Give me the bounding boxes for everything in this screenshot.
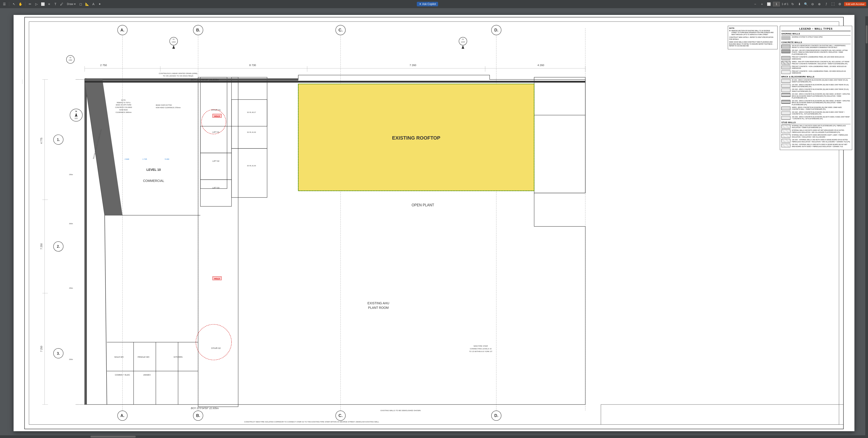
draw-label: Draw: [67, 2, 73, 6]
horizontal-scrollbar[interactable]: [0, 435, 865, 438]
svg-text:COMMERCIAL: COMMERCIAL: [143, 179, 164, 182]
svg-text:C.: C.: [339, 413, 343, 418]
legend-text-sw-4: 138 UNO - INTERNAL WALLS UNO BOTH SIDES …: [792, 139, 850, 143]
hamburger-menu-icon[interactable]: ☰: [2, 2, 7, 6]
svg-text:1 725: 1 725: [143, 158, 147, 160]
columns-icon[interactable]: ≡: [46, 2, 52, 6]
svg-text:EXISTING AHU: EXISTING AHU: [368, 301, 389, 305]
legend-text-bw-6: VARES - BRICK CONCRETE BLOCKWORK (IN) ON…: [792, 107, 850, 110]
vertical-scrollbar[interactable]: [865, 16, 868, 438]
legend-text-bw-5: 320 UNO - BRICK CONCRETE BLOCKWORK (IN) …: [792, 100, 850, 106]
toolbar-right: 🔍 ⊖ ⊕ ⤴ ⛶ ⚙ Edit with Acrobat: [803, 2, 866, 6]
expand-icon[interactable]: ⊕: [817, 2, 822, 6]
svg-text:EXISTING WALLS TO BE DEMOLISHE: EXISTING WALLS TO BE DEMOLISHED SHOWN: [381, 409, 421, 411]
copilot-label: Ask Copilot: [422, 2, 436, 6]
legend-item-bw-7: 150 UNO - BRICK CONCRETE BLOCKWORK (IN) …: [781, 111, 850, 115]
svg-text:CLEARANCE 2680mm: CLEARANCE 2680mm: [116, 112, 132, 113]
note-item-3: MAKE GOOD WALLS AND CONSTRUCT NEW FLASHI…: [729, 41, 776, 47]
view-icon[interactable]: ⬜: [40, 2, 45, 6]
legend-text-cw-3: PRECAST CONCRETE LOADBEARING PANEL 200 1…: [792, 56, 850, 60]
legend-section-concrete: CONCRETE WALLS: [781, 41, 850, 44]
svg-text:2 750: 2 750: [100, 64, 107, 67]
legend-swatch-bw-3: [781, 88, 790, 92]
legend-item-shoring-1: SHORING SYSTEM TO STRUCT ENGS SPEC: [781, 36, 850, 40]
svg-text:5 430: 5 430: [165, 158, 169, 160]
svg-text:OPEN PLANT: OPEN PLANT: [412, 203, 434, 207]
horizontal-scrollbar-thumb[interactable]: [90, 436, 136, 438]
search-icon[interactable]: 🔍: [803, 2, 808, 6]
legend-item-cw-2: 335 UNO - 200 OFF-FORM REINFORCED CONCRE…: [781, 50, 850, 55]
blueprint-area: {Array.from({length:70}, (_,i) => ``).jo…: [13, 15, 855, 431]
legend-item-bw-2: 140 UNO - BRICK CONCRETE BLOCKWORK (IN) …: [781, 84, 850, 88]
legend-text-sw-3: INTERNAL WALLS UNO BOTH SIDES BRICKWORK …: [792, 134, 850, 138]
svg-text:A.: A.: [121, 413, 125, 418]
legend-text-bw-3: 190 UNO - BRICK CONCRETE BLOCKWORK (IN) …: [792, 88, 850, 92]
svg-rect-0: [22, 15, 846, 431]
legend-swatch-sw-3: [781, 134, 790, 138]
eraser-icon[interactable]: ◻: [78, 2, 83, 6]
svg-text:HOLD: HOLD: [214, 278, 220, 280]
document-page: {Array.from({length:70}, (_,i) => ``).jo…: [13, 15, 855, 431]
svg-text:2.: 2.: [57, 244, 60, 249]
svg-text:BOY 273°58'39" 24.833m: BOY 273°58'39" 24.833m: [191, 78, 219, 81]
legend-item-bw-3: 190 UNO - BRICK CONCRETE BLOCKWORK (IN) …: [781, 88, 850, 92]
draw-chevron-icon: ▾: [74, 2, 75, 6]
stamp-icon[interactable]: ✦: [97, 2, 102, 6]
legend-item-cw-3: PRECAST CONCRETE LOADBEARING PANEL 200 1…: [781, 56, 850, 60]
svg-text:NOM HEAD CLEARANCE 2750mm: NOM HEAD CLEARANCE 2750mm: [156, 107, 181, 108]
legend-item-bw-5: 320 UNO - BRICK CONCRETE BLOCKWORK (IN) …: [781, 100, 850, 106]
svg-text:NEW FIRE STAIR: NEW FIRE STAIR: [473, 345, 488, 347]
copilot-button[interactable]: ✦ Ask Copilot: [417, 2, 438, 6]
highlight-tool-icon[interactable]: ▷: [34, 2, 39, 6]
cursor-tool-icon[interactable]: ↖: [11, 2, 17, 6]
svg-text:REBATE TO TOP &: REBATE TO TOP &: [117, 102, 130, 104]
legend-item-cw-5: PRECAST CONCRETE + NON-LOADBEARING PANEL…: [781, 66, 850, 69]
ruler-icon[interactable]: 📐: [85, 2, 90, 6]
vertical-scrollbar-thumb[interactable]: [866, 25, 868, 43]
svg-text:EX RL 80.27: EX RL 80.27: [247, 112, 256, 113]
note-text-1: REMOVE SECTION OF EXISTING WALL TO 34 GE…: [732, 30, 776, 35]
page-number-input[interactable]: [773, 2, 780, 6]
rotate-icon[interactable]: ↻: [790, 2, 795, 6]
svg-text:D.: D.: [494, 28, 498, 32]
text-tool-icon[interactable]: T: [53, 2, 58, 6]
legend-swatch-bw-6: [781, 107, 790, 110]
zoom-in-icon[interactable]: +: [760, 2, 765, 6]
svg-text:KITCHEN: KITCHEN: [174, 356, 183, 358]
zoom-out-icon[interactable]: −: [753, 2, 757, 6]
settings-gear-icon[interactable]: ⚙: [837, 2, 842, 6]
legend-swatch-cw-2: [781, 50, 790, 53]
main-area: {Array.from({length:70}, (_,i) => ``).jo…: [0, 8, 868, 438]
legend-swatch-cw-6: [781, 70, 790, 74]
legend-swatch-bw-7: [781, 111, 790, 115]
svg-rect-28: [85, 78, 87, 404]
legend-text-cw-1: 200 IN-SITU REINFORCED CONCRETE ON EXIST…: [792, 45, 850, 49]
legend-title: LEGEND – WALL TYPES: [781, 27, 850, 31]
fit-page-icon[interactable]: ⬜: [766, 2, 771, 6]
svg-text:7 250: 7 250: [40, 346, 43, 352]
legend-swatch-shoring: [781, 36, 790, 40]
legend-swatch-cw-1: [781, 45, 790, 49]
note-panel-title: NOTE:: [729, 27, 776, 29]
svg-text:CONSTRUCT NEW FIRE ISOLATED CO: CONSTRUCT NEW FIRE ISOLATED CORRIDOR TO …: [244, 421, 379, 423]
svg-text:HOLD: HOLD: [214, 115, 220, 117]
download-icon[interactable]: ⬇: [797, 2, 802, 6]
svg-text:B.: B.: [196, 28, 200, 32]
legend-text-bw-1: 90 UNO - BRICK CONCRETE BLOCKWORK (IN) A…: [792, 79, 850, 83]
svg-text:4 260: 4 260: [537, 64, 545, 67]
edit-with-acrobat-button[interactable]: Edit with Acrobat: [844, 2, 866, 6]
edit-tool-icon[interactable]: ✏: [28, 2, 33, 6]
svg-text:COMMS + ELEC: COMMS + ELEC: [115, 374, 130, 376]
pen-icon[interactable]: 🖊: [59, 2, 64, 6]
note-item-1: ① REMOVE SECTION OF EXISTING WALL TO 34 …: [729, 30, 776, 35]
share-icon[interactable]: ⤴: [824, 2, 829, 6]
legend-swatch-sw-2: [781, 129, 790, 133]
legend-item-bw-1: 90 UNO - BRICK CONCRETE BLOCKWORK (IN) A…: [781, 79, 850, 83]
svg-text:01: 01: [173, 38, 175, 40]
hand-tool-icon[interactable]: ✋: [18, 2, 23, 6]
fullscreen-icon[interactable]: ⛶: [831, 2, 835, 6]
draw-button[interactable]: Draw ▾: [66, 2, 77, 6]
text2-icon[interactable]: A: [91, 2, 96, 6]
shrink-icon[interactable]: ⊖: [810, 2, 815, 6]
svg-text:1025: 1025: [461, 41, 465, 43]
